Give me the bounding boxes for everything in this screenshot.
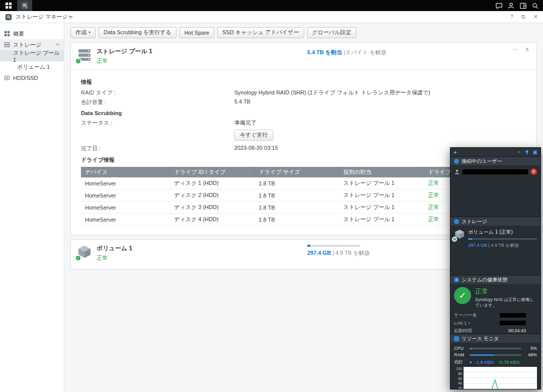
connected-user-row: ✕ xyxy=(454,168,537,175)
global-settings-button[interactable]: グローバル設定 xyxy=(307,27,356,38)
minimize-widgets-button[interactable]: − xyxy=(518,150,521,155)
sidebar-item-volume-1[interactable]: ボリューム 1 xyxy=(0,61,64,72)
scrubbing-status-value: 準備完了 xyxy=(234,119,256,127)
storage-pool-icon: ✓ xyxy=(77,47,92,62)
section-heading-info: 情報 xyxy=(81,78,526,86)
healthy-check-icon: ✓ xyxy=(452,237,457,242)
finished-date-value: 2023-08-30 03:15 xyxy=(234,145,278,152)
redacted-username xyxy=(463,169,528,174)
sidebar-item-overview[interactable]: 概要 xyxy=(0,28,64,39)
account-button[interactable] xyxy=(505,0,517,11)
ram-value: 49% xyxy=(524,352,537,357)
hdd-icon xyxy=(4,75,10,81)
caret-down-icon: ▾ xyxy=(88,30,90,35)
close-button[interactable]: ✕ xyxy=(533,14,538,20)
health-check-icon: ✓ xyxy=(454,287,471,304)
health-widget-title: システムの健康状態 xyxy=(462,276,507,283)
cpu-row: CPU 5% xyxy=(454,346,537,351)
popout-button[interactable]: ⧉ xyxy=(521,14,525,20)
scrubbing-status-label: ステータス : xyxy=(81,119,234,127)
widgets-icon xyxy=(519,2,527,10)
storage-pool-allocation: 5.4 TB を割当 | 0 バイト を解放 xyxy=(307,49,387,56)
create-button[interactable]: 作成 ▾ xyxy=(70,27,96,38)
pin-icon[interactable] xyxy=(524,150,529,155)
connected-users-widget: 接続中のユーザー ✕ ⌄ xyxy=(450,156,540,217)
raid-type-value: Synology Hybrid RAID (SHR) (1ドライブ フォルト ト… xyxy=(234,89,430,96)
col-drive-id: ドライブ ID / タイプ xyxy=(170,167,254,177)
users-widget-icon xyxy=(454,159,459,164)
add-widget-button[interactable]: + xyxy=(454,149,457,155)
widgets-toggle-button[interactable] xyxy=(517,0,529,11)
sidebar-item-label: 概要 xyxy=(13,30,24,38)
user-icon xyxy=(507,2,515,10)
search-icon xyxy=(531,2,539,10)
more-actions-button[interactable]: ⋯ xyxy=(512,46,518,53)
widgets-panel-header: + − ▣ xyxy=(450,148,540,156)
toolbar: 作成 ▾ Data Scrubbing を実行する Hot Spare SSD … xyxy=(64,23,543,40)
run-now-button[interactable]: 今すぐ実行 xyxy=(234,130,274,141)
sidebar-item-label: ボリューム 1 xyxy=(17,63,50,71)
sidebar-item-label: HDD/SSD xyxy=(13,75,38,81)
healthy-check-icon: ✓ xyxy=(75,58,81,64)
healthy-check-icon: ✓ xyxy=(75,255,81,261)
info-icon: i xyxy=(454,277,459,282)
finished-date-label: 完了日 : xyxy=(81,145,234,152)
volume-free: 4.9 TB を解放 xyxy=(335,250,370,256)
sidebar-item-label: ストレージ プール 1 xyxy=(13,49,60,63)
uptime-row: 起動時間 00:24:43 xyxy=(454,328,537,334)
hot-spare-button[interactable]: Hot Spare xyxy=(179,27,215,38)
storage-widget-title: ストレージ xyxy=(462,218,487,225)
chart-y-axis: 100 80 60 40 20 0 xyxy=(454,367,462,389)
volume-icon: ✓ xyxy=(77,244,92,259)
redacted-lan-address xyxy=(500,321,526,325)
volume-title: ボリューム 1 xyxy=(97,244,132,253)
widget-volume-used: 297.4 GB xyxy=(468,243,487,248)
taskbar xyxy=(0,0,543,11)
widgets-panel: + − ▣ 接続中のユーザー ✕ xyxy=(450,147,541,389)
run-data-scrubbing-button[interactable]: Data Scrubbing を実行する xyxy=(99,27,176,38)
sidebar-item-hdd-ssd[interactable]: HDD/SSD xyxy=(0,72,64,83)
sidebar-item-storage-pool-1[interactable]: ストレージ プール 1 xyxy=(0,50,64,61)
notifications-button[interactable] xyxy=(493,0,505,11)
taskbar-storage-manager-tab[interactable] xyxy=(17,0,32,11)
chart-plot-area xyxy=(464,367,537,389)
volume-status: 正常 xyxy=(97,254,132,262)
user-icon xyxy=(454,169,460,175)
download-speed: 1.9 KB/s xyxy=(477,360,494,365)
search-button[interactable] xyxy=(529,0,541,11)
overview-icon xyxy=(4,31,10,37)
help-button[interactable]: ? xyxy=(510,14,513,20)
total-capacity-value: 5.4 TB xyxy=(234,99,250,106)
ssd-cache-advisor-button[interactable]: SSD キャッシュ アドバイザー xyxy=(217,27,304,38)
widget-volume-label: ボリューム 1 (正常) xyxy=(468,229,537,236)
chevron-up-icon xyxy=(55,43,59,47)
health-message: Synology NAS は正常に稼働しています。 xyxy=(475,297,537,309)
allocated-size: 5.4 TB を割当 xyxy=(307,49,342,55)
col-device: デバイス xyxy=(81,167,170,177)
ram-usage-bar xyxy=(470,354,521,356)
section-heading-scrubbing: Data Scrubbing xyxy=(81,110,526,116)
system-health-widget: i システムの健康状態 ✓ 正常 Synology NAS は正常に稼働していま… xyxy=(450,275,540,334)
upload-speed: 0.79 KB/s xyxy=(500,360,520,365)
volume-usage: 297.4 GB | 4.9 TB を解放 xyxy=(307,245,393,257)
caret-down-icon[interactable]: ▾ xyxy=(470,360,472,365)
lan-row: LAN 1 ▾ xyxy=(454,321,537,326)
collapse-panel-button[interactable]: ∧ xyxy=(525,46,529,53)
caret-down-icon[interactable]: ▾ xyxy=(468,321,470,325)
volume-icon: ✓ xyxy=(454,229,465,240)
window-titlebar: ストレージ マネージャ ? ⧉ ✕ xyxy=(0,11,543,23)
raid-type-label: RAID タイプ : xyxy=(81,89,234,96)
sidebar: 概要 ストレージ ストレージ プール 1 ボリューム 1 HDD/S xyxy=(0,23,64,392)
uptime-value: 00:24:43 xyxy=(508,328,526,333)
main-menu-button[interactable] xyxy=(0,0,17,11)
widget-volume-usage-bar xyxy=(468,238,537,240)
disconnect-user-button[interactable]: ✕ xyxy=(530,168,537,175)
redacted-server-name xyxy=(500,313,526,318)
col-role: 役割の割当 xyxy=(339,167,424,177)
network-chart: 100 80 60 40 20 0 xyxy=(454,367,537,389)
dock-widgets-button[interactable]: ▣ xyxy=(533,150,537,155)
chat-icon xyxy=(495,2,503,10)
total-capacity-label: 合計容量 : xyxy=(81,99,234,106)
col-drive-size: ドライブ サイズ xyxy=(255,167,339,177)
storage-widget-icon xyxy=(454,219,459,224)
